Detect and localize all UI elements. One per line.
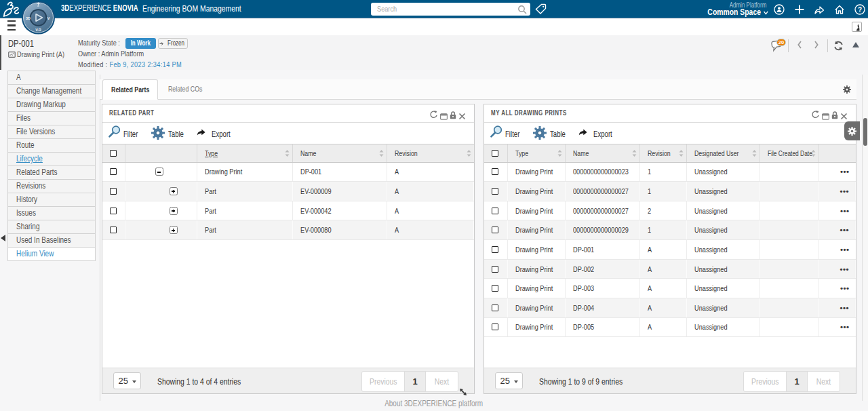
- svg-text:?: ?: [858, 6, 862, 14]
- svg-text:3D: 3D: [26, 16, 31, 20]
- svg-text:V.R: V.R: [35, 28, 41, 32]
- svg-text:V: V: [47, 16, 50, 20]
